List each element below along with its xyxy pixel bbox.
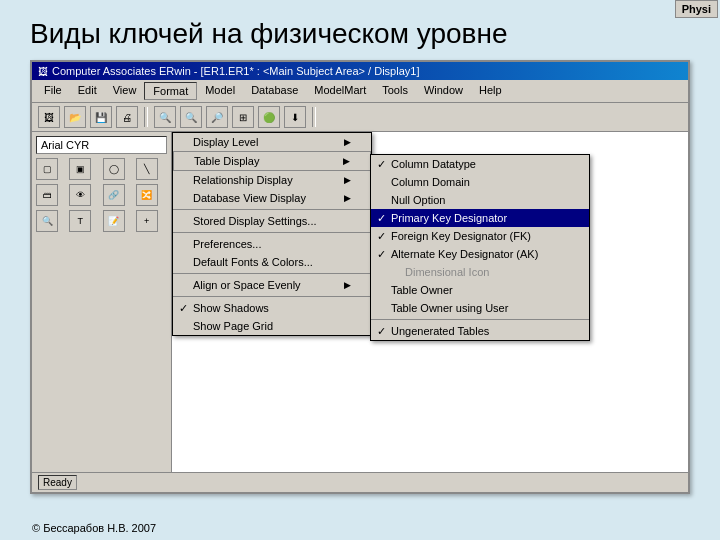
- ungenerated-check: ✓: [377, 325, 386, 338]
- tool-extra[interactable]: +: [136, 210, 158, 232]
- toolbar-btn-5[interactable]: 🔍: [154, 106, 176, 128]
- menu-file[interactable]: File: [36, 82, 70, 100]
- col-domain-label: Column Domain: [391, 176, 470, 188]
- sidebar-icon-row-1: ▢ ▣ ◯ ╲: [36, 158, 167, 180]
- show-page-grid-label: Show Page Grid: [193, 320, 273, 332]
- sub-column-domain[interactable]: Column Domain: [371, 173, 589, 191]
- sub-column-datatype[interactable]: ✓ Column Datatype: [371, 155, 589, 173]
- stored-settings-label: Stored Display Settings...: [193, 215, 317, 227]
- show-shadows-checkmark: ✓: [179, 302, 188, 315]
- separator-3: [173, 273, 371, 274]
- table-owner-label: Table Owner: [391, 284, 453, 296]
- toolbar-btn-3[interactable]: 💾: [90, 106, 112, 128]
- tool-text[interactable]: T: [69, 210, 91, 232]
- title-bar: 🖼 Computer Associates ERwin - [ER1.ER1* …: [32, 62, 688, 80]
- dim-icon-label: Dimensional Icon: [391, 266, 489, 278]
- status-bar: Ready: [32, 472, 688, 492]
- display-level-arrow: ▶: [344, 137, 351, 147]
- tool-rounded-rect[interactable]: ▣: [69, 158, 91, 180]
- toolbar-separator-2: [312, 107, 316, 127]
- format-default-fonts[interactable]: Default Fonts & Colors...: [173, 253, 371, 271]
- app-icon: 🖼: [38, 66, 48, 77]
- sidebar-icon-row-3: 🔍 T 📝 +: [36, 210, 167, 232]
- toolbar-btn-9[interactable]: 🟢: [258, 106, 280, 128]
- tool-line[interactable]: ╲: [136, 158, 158, 180]
- canvas[interactable]: Display Level ▶ Table Display ▶ Relation…: [172, 132, 688, 472]
- toolbar-btn-1[interactable]: 🖼: [38, 106, 60, 128]
- pk-check: ✓: [377, 212, 386, 225]
- format-relationship-display[interactable]: Relationship Display ▶: [173, 171, 371, 189]
- format-stored-settings[interactable]: Stored Display Settings...: [173, 212, 371, 230]
- preferences-label: Preferences...: [193, 238, 261, 250]
- sidebar: Arial CYR ▢ ▣ ◯ ╲ 🗃 👁 🔗 🔀 🔍 T 📝 +: [32, 132, 172, 472]
- sub-alternate-key[interactable]: ✓ Alternate Key Designator (AK): [371, 245, 589, 263]
- menu-format[interactable]: Format: [144, 82, 197, 100]
- toolbar-btn-8[interactable]: ⊞: [232, 106, 254, 128]
- format-dropdown: Display Level ▶ Table Display ▶ Relation…: [172, 132, 372, 336]
- col-datatype-label: Column Datatype: [391, 158, 476, 170]
- tool-select[interactable]: ▢: [36, 158, 58, 180]
- menu-help[interactable]: Help: [471, 82, 510, 100]
- sub-table-owner[interactable]: Table Owner: [371, 281, 589, 299]
- table-display-arrow: ▶: [343, 156, 350, 166]
- sub-ungenerated-tables[interactable]: ✓ Ungenerated Tables: [371, 322, 589, 340]
- toolbar-btn-7[interactable]: 🔎: [206, 106, 228, 128]
- display-level-label: Display Level: [193, 136, 258, 148]
- tool-id-rel[interactable]: 🔀: [136, 184, 158, 206]
- tool-note[interactable]: 📝: [103, 210, 125, 232]
- relationship-display-arrow: ▶: [344, 175, 351, 185]
- separator-1: [173, 209, 371, 210]
- sidebar-icon-row-2: 🗃 👁 🔗 🔀: [36, 184, 167, 206]
- relationship-display-label: Relationship Display: [193, 174, 293, 186]
- title-bar-text: Computer Associates ERwin - [ER1.ER1* : …: [52, 65, 419, 77]
- tool-ellipse[interactable]: ◯: [103, 158, 125, 180]
- toolbar-btn-2[interactable]: 📂: [64, 106, 86, 128]
- status-panel-1: Ready: [38, 475, 77, 490]
- menu-window[interactable]: Window: [416, 82, 471, 100]
- tool-entity[interactable]: 🗃: [36, 184, 58, 206]
- menu-model[interactable]: Model: [197, 82, 243, 100]
- col-datatype-check: ✓: [377, 158, 386, 171]
- sub-table-owner-user[interactable]: Table Owner using User: [371, 299, 589, 317]
- fk-check: ✓: [377, 230, 386, 243]
- sub-null-option[interactable]: Null Option: [371, 191, 589, 209]
- format-display-level[interactable]: Display Level ▶: [173, 133, 371, 151]
- menu-modelmart[interactable]: ModelMart: [306, 82, 374, 100]
- fk-label: Foreign Key Designator (FK): [391, 230, 531, 242]
- ak-label: Alternate Key Designator (AK): [391, 248, 538, 260]
- toolbar: 🖼 📂 💾 🖨 🔍 🔍 🔎 ⊞ 🟢 ⬇ Physi: [32, 103, 688, 132]
- page-title: Виды ключей на физическом уровне: [0, 0, 720, 60]
- separator-4: [173, 296, 371, 297]
- sub-foreign-key[interactable]: ✓ Foreign Key Designator (FK): [371, 227, 589, 245]
- ungenerated-label: Ungenerated Tables: [391, 325, 489, 337]
- menu-tools[interactable]: Tools: [374, 82, 416, 100]
- toolbar-btn-4[interactable]: 🖨: [116, 106, 138, 128]
- app-window: 🖼 Computer Associates ERwin - [ER1.ER1* …: [30, 60, 690, 494]
- format-align-space[interactable]: Align or Space Evenly ▶: [173, 276, 371, 294]
- default-fonts-label: Default Fonts & Colors...: [193, 256, 313, 268]
- ak-check: ✓: [377, 248, 386, 261]
- show-shadows-label: Show Shadows: [193, 302, 269, 314]
- format-preferences[interactable]: Preferences...: [173, 235, 371, 253]
- menu-edit[interactable]: Edit: [70, 82, 105, 100]
- table-owner-user-label: Table Owner using User: [391, 302, 508, 314]
- toolbar-btn-6[interactable]: 🔍: [180, 106, 202, 128]
- format-table-display[interactable]: Table Display ▶: [173, 151, 371, 171]
- sub-primary-key[interactable]: ✓ Primary Key Designator: [371, 209, 589, 227]
- table-display-submenu: ✓ Column Datatype Column Domain Null Opt…: [370, 154, 590, 341]
- separator-2: [173, 232, 371, 233]
- toolbar-btn-10[interactable]: ⬇: [284, 106, 306, 128]
- menu-view[interactable]: View: [105, 82, 145, 100]
- align-space-arrow: ▶: [344, 280, 351, 290]
- tool-view[interactable]: 👁: [69, 184, 91, 206]
- sub-dimensional-icon: Dimensional Icon: [371, 263, 589, 281]
- tool-rel[interactable]: 🔗: [103, 184, 125, 206]
- format-show-shadows[interactable]: ✓ Show Shadows: [173, 299, 371, 317]
- format-show-page-grid[interactable]: Show Page Grid: [173, 317, 371, 335]
- menu-database[interactable]: Database: [243, 82, 306, 100]
- phys-label: Physi: [675, 0, 718, 18]
- font-selector[interactable]: Arial CYR: [36, 136, 167, 154]
- pk-label: Primary Key Designator: [391, 212, 507, 224]
- format-db-view-display[interactable]: Database View Display ▶: [173, 189, 371, 207]
- tool-zoom[interactable]: 🔍: [36, 210, 58, 232]
